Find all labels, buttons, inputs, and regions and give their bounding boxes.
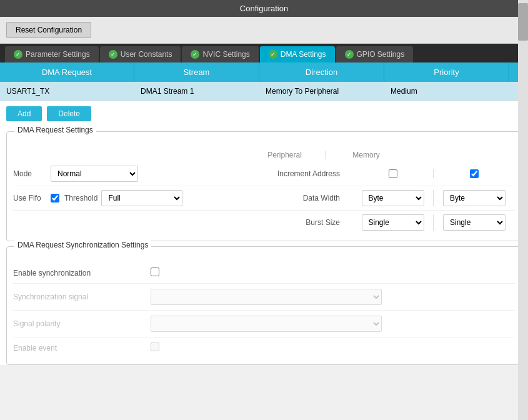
tab-dma-settings[interactable]: ✓ DMA Settings bbox=[260, 46, 335, 62]
toolbar: Reset Configuration bbox=[0, 17, 528, 44]
tab-parameter-settings-label: Parameter Settings bbox=[26, 50, 90, 59]
burst-size-row: Burst Size Single Incremental 4 Incremen… bbox=[13, 211, 515, 234]
threshold-select[interactable]: Full Half Quarter 3 Quarter bbox=[101, 190, 182, 206]
cell-priority: Medium bbox=[384, 82, 509, 101]
signal-polarity-select[interactable] bbox=[151, 316, 382, 332]
sync-signal-row: Synchronization signal bbox=[13, 284, 515, 311]
memory-burst-size-cell[interactable]: Single Incremental 4 Incremental 8 Incre… bbox=[434, 214, 515, 231]
col-priority: Priority bbox=[384, 62, 509, 82]
title-text: Configuration bbox=[240, 4, 288, 13]
tab-gpio-settings-label: GPIO Settings bbox=[357, 50, 405, 59]
enable-sync-checkbox[interactable] bbox=[151, 268, 159, 276]
check-icon: ✓ bbox=[109, 50, 117, 59]
enable-sync-label: Enable synchronization bbox=[13, 269, 151, 278]
peripheral-data-width-select[interactable]: Byte Half Word Word bbox=[362, 190, 424, 206]
tab-nvic-settings-label: NVIC Settings bbox=[202, 50, 249, 59]
enable-sync-control bbox=[151, 268, 515, 278]
threshold-label: Threshold bbox=[64, 194, 97, 202]
data-width-label: Data Width bbox=[201, 194, 340, 202]
scrollbar-thumb[interactable] bbox=[518, 3, 528, 41]
col-direction: Direction bbox=[259, 62, 384, 82]
enable-event-control bbox=[151, 342, 515, 353]
use-fifo-checkbox[interactable] bbox=[51, 194, 59, 202]
sync-signal-control bbox=[151, 289, 515, 305]
peripheral-increment-checkbox[interactable] bbox=[389, 169, 397, 178]
tab-gpio-settings[interactable]: ✓ GPIO Settings bbox=[336, 46, 414, 62]
tabs-bar: ✓ Parameter Settings ✓ User Constants ✓ … bbox=[0, 44, 528, 62]
enable-event-row: Enable event bbox=[13, 338, 515, 358]
enable-event-label: Enable event bbox=[13, 344, 151, 352]
memory-increment-checkbox[interactable] bbox=[470, 169, 479, 178]
mode-label: Mode bbox=[13, 169, 51, 178]
signal-polarity-label: Signal polarity bbox=[13, 319, 151, 328]
dma-request-settings-section: DMA Request Settings Peripheral Memory M… bbox=[6, 131, 522, 241]
cell-stream: DMA1 Stream 1 bbox=[134, 82, 259, 101]
memory-increment-checkbox-cell bbox=[434, 169, 515, 178]
peripheral-col-header: Peripheral bbox=[244, 151, 326, 159]
memory-burst-size-select[interactable]: Single Incremental 4 Incremental 8 Incre… bbox=[443, 214, 506, 231]
mode-row: Mode Normal Circular Double Buffer Incre… bbox=[13, 162, 515, 186]
right-scrollbar[interactable] bbox=[518, 0, 528, 370]
signal-polarity-control bbox=[151, 316, 515, 332]
enable-sync-row: Enable synchronization bbox=[13, 262, 515, 284]
dma-request-settings-title: DMA Request Settings bbox=[14, 126, 96, 134]
fifo-row: Use Fifo Threshold Full Half Quarter 3 Q… bbox=[13, 186, 515, 211]
memory-col-header: Memory bbox=[326, 151, 407, 159]
peripheral-data-width-cell[interactable]: Byte Half Word Word bbox=[352, 190, 434, 206]
sync-signal-select[interactable] bbox=[151, 289, 382, 305]
peripheral-increment-checkbox-cell bbox=[352, 169, 434, 178]
burst-size-label: Burst Size bbox=[151, 218, 340, 227]
tab-parameter-settings[interactable]: ✓ Parameter Settings bbox=[5, 46, 99, 62]
signal-polarity-row: Signal polarity bbox=[13, 311, 515, 338]
use-fifo-label: Use Fifo bbox=[13, 194, 51, 202]
action-bar: Add Delete bbox=[0, 101, 528, 126]
peripheral-burst-size-cell[interactable]: Single Incremental 4 Incremental 8 Incre… bbox=[352, 214, 434, 231]
dma-table-row[interactable]: USART1_TX DMA1 Stream 1 Memory To Periph… bbox=[0, 82, 528, 101]
delete-button[interactable]: Delete bbox=[47, 106, 91, 121]
tab-nvic-settings[interactable]: ✓ NVIC Settings bbox=[182, 46, 258, 62]
sync-signal-label: Synchronization signal bbox=[13, 292, 151, 301]
memory-data-width-select[interactable]: Byte Half Word Word bbox=[443, 190, 506, 206]
tab-dma-settings-label: DMA Settings bbox=[281, 50, 326, 59]
check-icon: ✓ bbox=[191, 50, 199, 59]
threshold-select-wrapper[interactable]: Full Half Quarter 3 Quarter bbox=[101, 190, 182, 206]
dma-table-header: DMA Request Stream Direction Priority bbox=[0, 62, 528, 82]
peripheral-burst-size-select[interactable]: Single Incremental 4 Incremental 8 Incre… bbox=[362, 214, 424, 231]
content-area: DMA Request Stream Direction Priority US… bbox=[0, 62, 528, 365]
mode-select[interactable]: Normal Circular Double Buffer bbox=[51, 166, 138, 182]
memory-data-width-cell[interactable]: Byte Half Word Word bbox=[434, 190, 515, 206]
tab-user-constants[interactable]: ✓ User Constants bbox=[100, 46, 181, 62]
reset-configuration-button[interactable]: Reset Configuration bbox=[6, 22, 91, 38]
title-bar: Configuration bbox=[0, 0, 528, 17]
mode-select-wrapper[interactable]: Normal Circular Double Buffer bbox=[51, 166, 138, 182]
cell-dma-request: USART1_TX bbox=[0, 82, 134, 101]
enable-event-checkbox[interactable] bbox=[151, 342, 159, 351]
check-icon: ✓ bbox=[269, 50, 277, 59]
cell-direction: Memory To Peripheral bbox=[259, 82, 384, 101]
sync-settings-title: DMA Request Synchronization Settings bbox=[14, 241, 151, 249]
col-stream: Stream bbox=[134, 62, 259, 82]
tab-user-constants-label: User Constants bbox=[121, 50, 172, 59]
dma-sync-settings-section: DMA Request Synchronization Settings Ena… bbox=[6, 246, 522, 365]
check-icon: ✓ bbox=[14, 50, 22, 59]
check-icon: ✓ bbox=[345, 50, 354, 59]
add-button[interactable]: Add bbox=[6, 106, 42, 121]
col-dma-request: DMA Request bbox=[0, 62, 134, 82]
increment-address-label: Increment Address bbox=[151, 169, 340, 178]
